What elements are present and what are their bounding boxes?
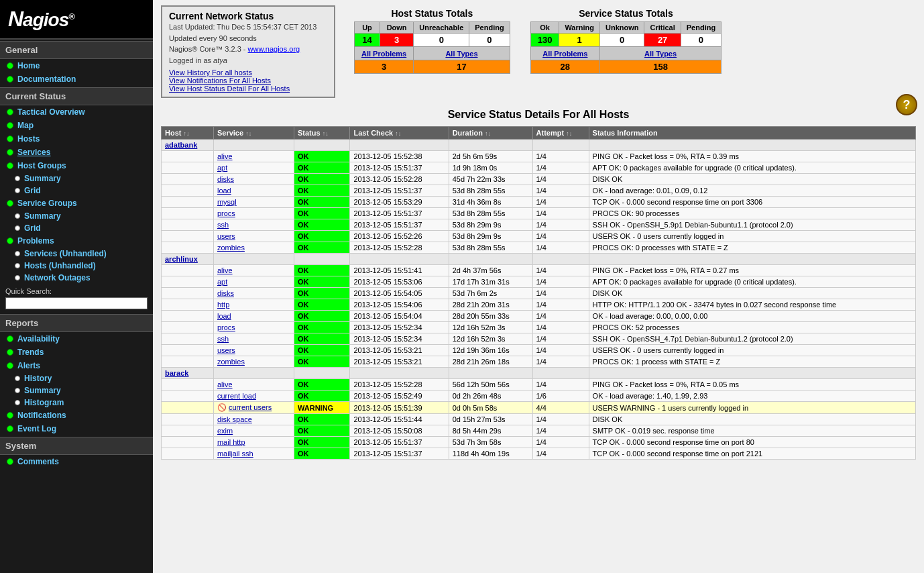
sidebar-item-label: Trends — [17, 348, 44, 357]
sidebar-item-label: History — [24, 374, 52, 383]
table-host-row: archlinux — [162, 254, 916, 265]
sidebar-item-services[interactable]: Services — [0, 146, 153, 159]
col-duration[interactable]: Duration ↑↓ — [449, 127, 532, 140]
sidebar-item-alerts-summary[interactable]: Summary — [0, 384, 153, 397]
svc-val-unknown: 0 — [599, 34, 644, 47]
sidebar-item-label: Notifications — [17, 411, 66, 420]
service-link[interactable]: zombies — [217, 244, 245, 252]
service-link[interactable]: load — [217, 312, 231, 320]
dot-icon — [15, 188, 20, 193]
table-row: procs OK 2013-12-05 15:52:34 12d 16h 52m… — [162, 322, 916, 333]
status-cell: OK — [294, 345, 349, 356]
dot-icon — [15, 176, 20, 181]
service-link[interactable]: alive — [217, 380, 233, 388]
view-history-link[interactable]: View History For all hosts — [169, 68, 327, 76]
service-link[interactable]: disks — [217, 289, 234, 297]
sidebar-item-home[interactable]: Home — [0, 59, 153, 72]
col-last-check[interactable]: Last Check ↑↓ — [350, 127, 449, 140]
service-link[interactable]: mailjail ssh — [217, 450, 253, 458]
service-link[interactable]: apt — [217, 278, 227, 286]
view-host-status-link[interactable]: View Host Status Detail For All Hosts — [169, 85, 327, 93]
section-system: System — [0, 437, 153, 455]
sidebar-item-documentation[interactable]: Documentation — [0, 72, 153, 86]
svc-col-unknown: Unknown — [599, 22, 644, 34]
service-link[interactable]: zombies — [217, 358, 245, 366]
svc-val-pending: 0 — [681, 34, 721, 47]
service-link[interactable]: ssh — [217, 335, 229, 343]
logo-area: Nagios® — [0, 0, 153, 40]
host-link[interactable]: barack — [165, 369, 188, 377]
host-col-pending: Pending — [469, 22, 510, 34]
dot-icon — [15, 225, 20, 231]
service-link[interactable]: procs — [217, 323, 235, 331]
sidebar-item-label: Problems — [17, 236, 54, 246]
sidebar-item-hosts-unhandled[interactable]: Hosts (Unhandled) — [0, 260, 153, 272]
host-cell: adatbank — [162, 140, 214, 151]
sidebar-item-host-groups-summary[interactable]: Summary — [0, 172, 153, 185]
sidebar-item-host-groups[interactable]: Host Groups — [0, 159, 153, 172]
host-all-types-link[interactable]: All Types — [414, 47, 510, 60]
view-notifications-link[interactable]: View Notifications For All Hosts — [169, 76, 327, 85]
sidebar-item-service-groups-summary[interactable]: Summary — [0, 210, 153, 222]
service-link[interactable]: apt — [217, 164, 227, 172]
service-link[interactable]: users — [217, 346, 235, 354]
network-status-title: Current Network Status — [169, 11, 327, 21]
svc-val-critical: 27 — [644, 34, 681, 47]
status-cell: OK — [294, 219, 349, 231]
host-val-up: 14 — [355, 34, 380, 47]
host-val-down: 3 — [380, 34, 413, 47]
service-link[interactable]: alive — [217, 266, 233, 274]
svc-all-types-link[interactable]: All Types — [599, 47, 721, 60]
service-link[interactable]: disks — [217, 175, 234, 183]
dot-icon — [7, 335, 13, 342]
sidebar-item-trends[interactable]: Trends — [0, 346, 153, 359]
service-link[interactable]: ssh — [217, 221, 229, 229]
service-link[interactable]: load — [217, 187, 231, 195]
service-link[interactable]: mail http — [217, 438, 245, 446]
sidebar-item-alerts-histogram[interactable]: Histogram — [0, 397, 153, 409]
service-link[interactable]: exim — [217, 427, 233, 435]
nagios-link[interactable]: www.nagios.org — [248, 45, 300, 53]
sidebar-item-tactical-overview[interactable]: Tactical Overview — [0, 105, 153, 119]
host-totals-title: Host Status Totals — [391, 8, 473, 19]
sidebar-item-comments[interactable]: Comments — [0, 455, 153, 468]
sidebar-item-label: Home — [17, 61, 40, 70]
status-cell: OK — [294, 390, 349, 402]
service-link[interactable]: disk space — [217, 415, 252, 423]
sidebar-item-event-log[interactable]: Event Log — [0, 422, 153, 435]
sidebar-item-network-outages[interactable]: Network Outages — [0, 272, 153, 284]
service-link[interactable]: procs — [217, 209, 235, 217]
table-row: alive OK 2013-12-05 15:52:38 2d 5h 6m 59… — [162, 151, 916, 162]
service-link[interactable]: current users — [229, 403, 272, 411]
host-link[interactable]: adatbank — [165, 141, 197, 149]
host-link[interactable]: archlinux — [165, 255, 198, 263]
dot-icon — [7, 238, 13, 244]
sidebar-item-service-groups[interactable]: Service Groups — [0, 197, 153, 210]
sidebar-item-hosts[interactable]: Hosts — [0, 132, 153, 146]
service-link[interactable]: alive — [217, 152, 233, 160]
col-attempt[interactable]: Attempt ↑↓ — [532, 127, 589, 140]
sidebar-item-availability[interactable]: Availability — [0, 332, 153, 346]
search-input[interactable] — [5, 297, 148, 309]
last-updated: Last Updated: Thu Dec 5 15:54:37 CET 201… — [169, 23, 316, 31]
help-button[interactable]: ? — [896, 94, 917, 115]
sidebar-item-alerts[interactable]: Alerts — [0, 359, 153, 372]
sidebar-item-alerts-history[interactable]: History — [0, 372, 153, 384]
service-link[interactable]: current load — [217, 392, 256, 400]
sidebar-item-service-groups-grid[interactable]: Grid — [0, 222, 153, 234]
service-link[interactable]: mysql — [217, 198, 237, 206]
host-all-problems-link[interactable]: All Problems — [355, 47, 414, 60]
sidebar-item-problems[interactable]: Problems — [0, 234, 153, 248]
col-host[interactable]: Host ↑↓ — [162, 127, 214, 140]
dot-icon — [7, 362, 13, 369]
sidebar-item-map[interactable]: Map — [0, 119, 153, 132]
service-link[interactable]: users — [217, 232, 235, 240]
col-service[interactable]: Service ↑↓ — [213, 127, 294, 140]
service-link[interactable]: http — [217, 301, 229, 309]
col-status[interactable]: Status ↑↓ — [294, 127, 349, 140]
service-totals-table: Ok Warning Unknown Critical Pending 130 … — [530, 21, 721, 74]
svc-all-problems-link[interactable]: All Problems — [530, 47, 599, 60]
sidebar-item-services-unhandled[interactable]: Services (Unhandled) — [0, 248, 153, 260]
sidebar-item-notifications[interactable]: Notifications — [0, 409, 153, 422]
sidebar-item-host-groups-grid[interactable]: Grid — [0, 185, 153, 197]
